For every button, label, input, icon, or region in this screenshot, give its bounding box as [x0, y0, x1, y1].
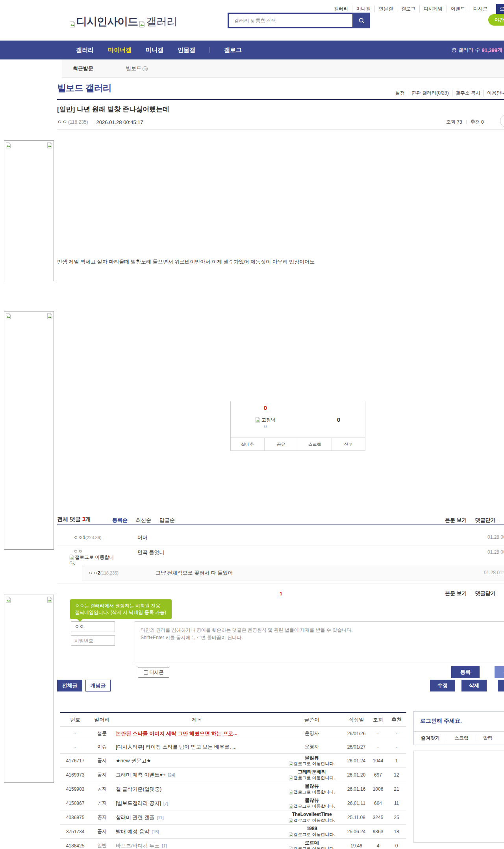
gallog-link[interactable]: 갤로그로 이동합니다. — [280, 761, 343, 766]
post-link[interactable]: ★new 퀸문고★ — [113, 757, 280, 764]
post-author-nick[interactable]: ㅇㅇ — [57, 119, 67, 126]
alerts-tab[interactable]: 알림 — [476, 735, 500, 741]
gallog-link[interactable]: 갤로그로 이동합니다. — [280, 789, 343, 795]
related-galleries-link[interactable]: 연관 갤러리(0/23) — [408, 90, 452, 96]
upvote-label: 추천 — [471, 119, 480, 125]
view-post-link[interactable]: 본문 보기 — [445, 517, 467, 524]
util-link-event[interactable]: 이벤트 — [447, 6, 469, 12]
nav-item-minor-gallery[interactable]: 마이너갤 — [108, 46, 132, 54]
sort-registered[interactable]: 등록순 — [112, 517, 128, 524]
write-button-clipped[interactable] — [498, 680, 504, 691]
silbechu-button[interactable]: 실베추 — [231, 438, 264, 450]
gallog-link[interactable]: 갤로그로 이동합니다. — [280, 775, 343, 780]
comment-submit-button[interactable]: 등록 — [451, 666, 480, 678]
edit-button[interactable]: 수정 — [430, 680, 455, 691]
post-link[interactable]: 그래미 예측 이벤트♥+[24] — [113, 771, 280, 779]
comment-time: 01.28 01:0 — [484, 570, 504, 575]
broken-image-icon — [47, 597, 52, 603]
comment-author[interactable]: ㅇㅇ2(118.235) — [88, 570, 119, 577]
util-link-gallog[interactable]: 갤로그 — [397, 6, 420, 12]
share-button[interactable]: 공유 — [264, 438, 298, 450]
sort-newest[interactable]: 최신순 — [136, 517, 151, 524]
nav-item-gallog[interactable]: 갤로그 — [224, 46, 242, 54]
comment-time: 01.28 00 — [487, 534, 504, 540]
nav-item-gallery[interactable]: 갤러리 — [76, 46, 94, 54]
login-button[interactable]: 로그인 — [496, 4, 504, 14]
upvote-value: 0 — [481, 119, 484, 125]
util-link-minigal[interactable]: 미니갤 — [352, 6, 375, 12]
author-name[interactable]: TheLoveliestTime — [280, 812, 343, 817]
gallery-title: 빌보드 갤러리 — [57, 82, 111, 94]
dcinside-gallery-page: 갤러리 미니갤 인물갤 갤로그 디시게임 이벤트 디시콘 로그인 야간 모드 디… — [0, 0, 504, 849]
post-link[interactable]: [빌보드갤러리 공지][7] — [113, 800, 280, 807]
recent-gallery-tab[interactable]: 빌보드 m — [126, 59, 148, 78]
gallery-settings-link[interactable]: 설정 — [392, 90, 408, 96]
search-button[interactable] — [353, 13, 370, 28]
broken-image-icon — [255, 417, 260, 423]
post-link[interactable]: 발매 예정 음악[15] — [113, 828, 280, 835]
author-name[interactable]: 물많뷰 — [280, 797, 343, 803]
util-link-persongal[interactable]: 인물갤 — [375, 6, 397, 12]
best-posts-button[interactable]: 개념글 — [85, 680, 111, 691]
post-link[interactable]: 창래미 관련 갤플[11] — [113, 814, 280, 821]
report-button[interactable]: 신고 — [332, 438, 365, 450]
close-comments-link[interactable]: 댓글닫기 — [475, 590, 496, 597]
comment-page-1[interactable]: 1 — [280, 591, 282, 597]
broken-image-icon — [289, 832, 293, 837]
board-header-row: 번호 말머리 제목 글쓴이 작성일 조회 추천 — [60, 713, 406, 727]
comment-password-input[interactable] — [71, 635, 115, 646]
comment-textarea[interactable]: 타인의 권리를 침해하거나 명예를 훼손하는 댓글은 운영원칙 및 관련 법률에… — [135, 621, 504, 662]
gallog-link[interactable]: 갤로그로 이동합니다. — [280, 817, 343, 823]
comment-row: ㅇㅇ1(223.39) 어머 01.28 00 — [57, 530, 504, 545]
comment-author[interactable]: ㅇㅇ1(223.39) — [73, 534, 102, 541]
broken-image-icon — [289, 846, 293, 849]
author-name[interactable]: 로르데 — [280, 840, 343, 846]
delete-button[interactable]: 삭제 — [461, 680, 487, 691]
author-name[interactable]: 1989 — [280, 826, 343, 832]
broken-image-icon — [289, 761, 293, 766]
board-row: 4159903 공지 갤 글삭기준(업뎃중) 물많뷰 갤로그로 이동합니다. 2… — [60, 782, 406, 796]
broken-image-icon — [6, 142, 11, 148]
upvote-area[interactable]: 0 고정닉 0 — [242, 404, 289, 429]
util-link-gallery[interactable]: 갤러리 — [330, 6, 352, 12]
favorites-tab[interactable]: 즐겨찾기 — [414, 735, 447, 741]
gallog-link[interactable]: 갤로그로 이동합니다. — [280, 846, 343, 849]
comment-submit-button-clipped[interactable]: 등록 — [495, 666, 504, 678]
board-row: 4176717 공지 ★new 퀸문고★ 물많뷰 갤로그로 이동합니다. 26.… — [60, 754, 406, 768]
night-mode-button[interactable]: 야간 모드 — [488, 14, 504, 26]
broken-image-icon — [289, 775, 293, 780]
all-posts-button[interactable]: 전체글 — [57, 680, 82, 691]
post-link[interactable]: 논란된 스타들 이미지 세탁 그만 해줬으면 하는 프로... — [113, 730, 280, 737]
gallog-link[interactable]: 갤로그로 이동합니다. — [280, 832, 343, 837]
site-logo[interactable]: 디시인사이드 갤러리 — [69, 16, 177, 28]
util-link-dccon[interactable]: 디시콘 — [469, 6, 491, 12]
comment-nickname-input[interactable] — [71, 621, 115, 632]
login-message: 로그인해 주세요. — [420, 717, 462, 725]
downvote-count[interactable]: 0 — [327, 416, 350, 423]
broken-image-icon — [6, 313, 11, 319]
post-link[interactable]: [디시人터뷰] 라이징 스타를 넘어 믿고 보는 배우로, ... — [113, 743, 280, 751]
broken-image-icon — [47, 313, 52, 319]
usage-guide-link[interactable]: 이용안내 — [484, 90, 504, 96]
gallog-link[interactable]: 갤로그로 이동합니다. — [280, 803, 343, 809]
view-post-link[interactable]: 본문 보기 — [445, 590, 467, 597]
post-link[interactable]: 갤 글삭기준(업뎃중) — [113, 786, 280, 793]
scrap-button[interactable]: 스크랩 — [298, 438, 332, 450]
nav-item-mini-gallery[interactable]: 미니갤 — [146, 46, 163, 54]
dccon-button[interactable]: 디시콘 — [138, 667, 169, 678]
comment-text: 그냥 전체적으로 꽂혀서 다 들었어 — [156, 569, 233, 577]
author-name[interactable]: 물많뷰 — [280, 783, 343, 789]
author-name[interactable]: 물많뷰 — [280, 755, 343, 761]
nav-item-person-gallery[interactable]: 인물갤 — [178, 46, 195, 54]
post-menu-button[interactable] — [500, 114, 504, 128]
close-comments-link[interactable]: 댓글닫기 — [475, 517, 496, 524]
search-input[interactable] — [229, 18, 352, 24]
post-link[interactable]: 바브즈/바디갱 투표[1] — [113, 842, 280, 849]
author-name[interactable]: 그레타툰베리 — [280, 769, 343, 775]
util-link-dcgame[interactable]: 디시게임 — [420, 6, 447, 12]
board-row: 3751734 공지 발매 예정 음악[15] 1989 갤로그로 이동합니다.… — [60, 825, 406, 839]
sort-replies[interactable]: 답글순 — [159, 517, 175, 524]
copy-gallery-url-link[interactable]: 갤주소 복사 — [452, 90, 484, 96]
scrap-tab[interactable]: 스크랩 — [447, 735, 476, 741]
comment-author[interactable]: ㅇㅇ — [73, 548, 83, 555]
